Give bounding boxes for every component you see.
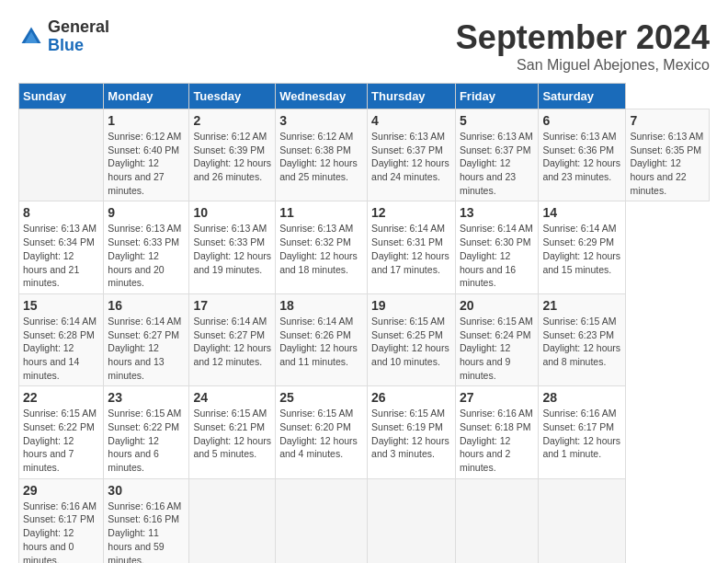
- day-detail: Sunrise: 6:16 AMSunset: 6:18 PMDaylight:…: [460, 407, 535, 474]
- day-number: 18: [279, 298, 363, 313]
- header-thursday: Thursday: [368, 84, 456, 109]
- table-row: 28 Sunrise: 6:16 AMSunset: 6:17 PMDaylig…: [539, 386, 626, 478]
- day-detail: Sunrise: 6:15 AMSunset: 6:25 PMDaylight:…: [371, 315, 451, 369]
- table-row: 17 Sunrise: 6:14 AMSunset: 6:27 PMDaylig…: [189, 293, 276, 385]
- day-number: 23: [108, 390, 185, 405]
- logo-icon: [18, 24, 44, 50]
- day-number: 21: [542, 298, 621, 313]
- day-number: 10: [193, 205, 271, 220]
- day-detail: Sunrise: 6:16 AMSunset: 6:17 PMDaylight:…: [23, 500, 99, 563]
- table-row: 30 Sunrise: 6:16 AMSunset: 6:16 PMDaylig…: [104, 478, 189, 563]
- table-row: 6 Sunrise: 6:13 AMSunset: 6:36 PMDayligh…: [539, 109, 626, 201]
- day-number: 1: [108, 113, 185, 128]
- table-row: 12 Sunrise: 6:14 AMSunset: 6:31 PMDaylig…: [368, 201, 456, 293]
- location-title: San Miguel Abejones, Mexico: [456, 57, 710, 74]
- day-number: 4: [371, 113, 451, 128]
- day-number: 15: [23, 298, 99, 313]
- calendar-table: Sunday Monday Tuesday Wednesday Thursday…: [18, 83, 710, 563]
- day-detail: Sunrise: 6:16 AMSunset: 6:16 PMDaylight:…: [108, 500, 185, 563]
- calendar-week-row: 15 Sunrise: 6:14 AMSunset: 6:28 PMDaylig…: [19, 293, 710, 385]
- calendar-week-row: 8 Sunrise: 6:13 AMSunset: 6:34 PMDayligh…: [19, 201, 710, 293]
- day-detail: Sunrise: 6:13 AMSunset: 6:33 PMDaylight:…: [193, 222, 271, 276]
- table-row: 8 Sunrise: 6:13 AMSunset: 6:34 PMDayligh…: [19, 201, 104, 293]
- table-row: 1 Sunrise: 6:12 AMSunset: 6:40 PMDayligh…: [104, 109, 189, 201]
- table-row: 18 Sunrise: 6:14 AMSunset: 6:26 PMDaylig…: [276, 293, 368, 385]
- day-detail: Sunrise: 6:14 AMSunset: 6:27 PMDaylight:…: [108, 315, 185, 382]
- table-row: 22 Sunrise: 6:15 AMSunset: 6:22 PMDaylig…: [19, 386, 104, 478]
- day-detail: Sunrise: 6:14 AMSunset: 6:30 PMDaylight:…: [460, 222, 535, 289]
- table-row: 16 Sunrise: 6:14 AMSunset: 6:27 PMDaylig…: [104, 293, 189, 385]
- table-row: 4 Sunrise: 6:13 AMSunset: 6:37 PMDayligh…: [368, 109, 456, 201]
- header-wednesday: Wednesday: [276, 84, 368, 109]
- day-number: 27: [460, 390, 535, 405]
- day-number: 14: [542, 205, 621, 220]
- day-number: 28: [542, 390, 621, 405]
- table-row: 21 Sunrise: 6:15 AMSunset: 6:23 PMDaylig…: [539, 293, 626, 385]
- day-number: 6: [542, 113, 621, 128]
- title-area: September 2024 San Miguel Abejones, Mexi…: [456, 18, 710, 74]
- table-row: 24 Sunrise: 6:15 AMSunset: 6:21 PMDaylig…: [189, 386, 276, 478]
- table-row: [276, 478, 368, 563]
- day-detail: Sunrise: 6:14 AMSunset: 6:28 PMDaylight:…: [23, 315, 99, 382]
- calendar-week-row: 1 Sunrise: 6:12 AMSunset: 6:40 PMDayligh…: [19, 109, 710, 201]
- day-number: 20: [460, 298, 535, 313]
- day-detail: Sunrise: 6:15 AMSunset: 6:21 PMDaylight:…: [193, 407, 271, 461]
- day-detail: Sunrise: 6:16 AMSunset: 6:17 PMDaylight:…: [542, 407, 621, 461]
- header-saturday: Saturday: [539, 84, 626, 109]
- table-row: 2 Sunrise: 6:12 AMSunset: 6:39 PMDayligh…: [189, 109, 276, 201]
- day-number: 5: [460, 113, 535, 128]
- day-number: 3: [279, 113, 363, 128]
- day-number: 25: [279, 390, 363, 405]
- day-number: 2: [193, 113, 271, 128]
- calendar-week-row: 22 Sunrise: 6:15 AMSunset: 6:22 PMDaylig…: [19, 386, 710, 478]
- day-number: 11: [279, 205, 363, 220]
- day-detail: Sunrise: 6:13 AMSunset: 6:36 PMDaylight:…: [542, 130, 621, 184]
- day-detail: Sunrise: 6:15 AMSunset: 6:22 PMDaylight:…: [23, 407, 99, 474]
- day-number: 29: [23, 483, 99, 498]
- day-detail: Sunrise: 6:13 AMSunset: 6:32 PMDaylight:…: [279, 222, 363, 276]
- day-detail: Sunrise: 6:12 AMSunset: 6:40 PMDaylight:…: [108, 130, 185, 197]
- day-detail: Sunrise: 6:14 AMSunset: 6:26 PMDaylight:…: [279, 315, 363, 369]
- day-detail: Sunrise: 6:15 AMSunset: 6:19 PMDaylight:…: [371, 407, 451, 461]
- day-detail: Sunrise: 6:15 AMSunset: 6:20 PMDaylight:…: [279, 407, 363, 461]
- day-detail: Sunrise: 6:14 AMSunset: 6:27 PMDaylight:…: [193, 315, 271, 369]
- day-detail: Sunrise: 6:15 AMSunset: 6:23 PMDaylight:…: [542, 315, 621, 369]
- calendar-header-row: Sunday Monday Tuesday Wednesday Thursday…: [19, 84, 710, 109]
- day-detail: Sunrise: 6:13 AMSunset: 6:37 PMDaylight:…: [460, 130, 535, 197]
- table-row: 14 Sunrise: 6:14 AMSunset: 6:29 PMDaylig…: [539, 201, 626, 293]
- logo: General Blue: [18, 18, 109, 55]
- day-number: 13: [460, 205, 535, 220]
- table-row: 13 Sunrise: 6:14 AMSunset: 6:30 PMDaylig…: [455, 201, 539, 293]
- table-row: 25 Sunrise: 6:15 AMSunset: 6:20 PMDaylig…: [276, 386, 368, 478]
- header-friday: Friday: [455, 84, 539, 109]
- header-monday: Monday: [104, 84, 189, 109]
- day-number: 30: [108, 483, 185, 498]
- day-detail: Sunrise: 6:14 AMSunset: 6:31 PMDaylight:…: [371, 222, 451, 276]
- table-row: [539, 478, 626, 563]
- day-detail: Sunrise: 6:13 AMSunset: 6:34 PMDaylight:…: [23, 222, 99, 289]
- table-row: 3 Sunrise: 6:12 AMSunset: 6:38 PMDayligh…: [276, 109, 368, 201]
- day-number: 26: [371, 390, 451, 405]
- table-row: [455, 478, 539, 563]
- day-detail: Sunrise: 6:12 AMSunset: 6:38 PMDaylight:…: [279, 130, 363, 184]
- logo-text: General Blue: [48, 18, 109, 55]
- table-row: 10 Sunrise: 6:13 AMSunset: 6:33 PMDaylig…: [189, 201, 276, 293]
- table-row: 5 Sunrise: 6:13 AMSunset: 6:37 PMDayligh…: [455, 109, 539, 201]
- header-sunday: Sunday: [19, 84, 104, 109]
- table-row: 29 Sunrise: 6:16 AMSunset: 6:17 PMDaylig…: [19, 478, 104, 563]
- day-number: 24: [193, 390, 271, 405]
- table-row: 9 Sunrise: 6:13 AMSunset: 6:33 PMDayligh…: [104, 201, 189, 293]
- day-detail: Sunrise: 6:13 AMSunset: 6:37 PMDaylight:…: [371, 130, 451, 184]
- day-number: 17: [193, 298, 271, 313]
- calendar-week-row: 29 Sunrise: 6:16 AMSunset: 6:17 PMDaylig…: [19, 478, 710, 563]
- table-row: [189, 478, 276, 563]
- table-row: 7 Sunrise: 6:13 AMSunset: 6:35 PMDayligh…: [626, 109, 710, 201]
- header-tuesday: Tuesday: [189, 84, 276, 109]
- table-row: [19, 109, 104, 201]
- day-detail: Sunrise: 6:12 AMSunset: 6:39 PMDaylight:…: [193, 130, 271, 184]
- day-number: 22: [23, 390, 99, 405]
- day-number: 16: [108, 298, 185, 313]
- table-row: 11 Sunrise: 6:13 AMSunset: 6:32 PMDaylig…: [276, 201, 368, 293]
- day-number: 8: [23, 205, 99, 220]
- table-row: 23 Sunrise: 6:15 AMSunset: 6:22 PMDaylig…: [104, 386, 189, 478]
